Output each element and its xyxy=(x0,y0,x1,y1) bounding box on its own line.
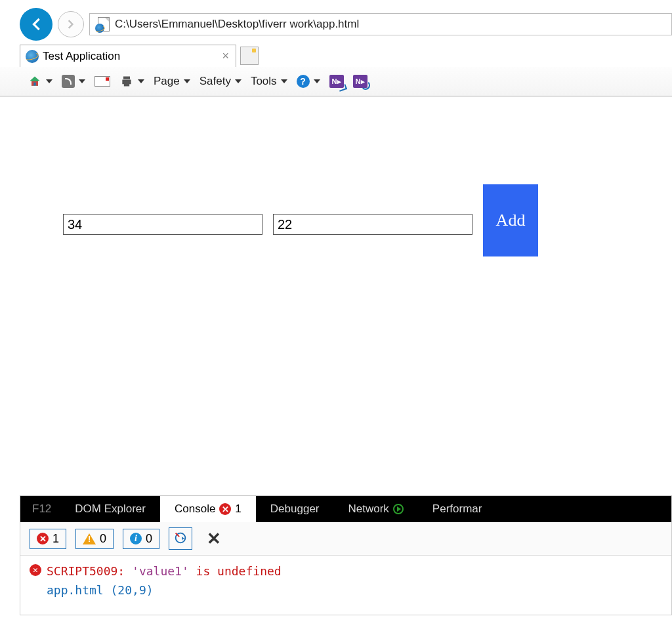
new-tab-button[interactable] xyxy=(240,47,259,65)
safety-menu[interactable]: Safety xyxy=(198,73,243,89)
help-icon: ? xyxy=(297,75,310,88)
page-menu-label: Page xyxy=(154,75,180,88)
error-icon: ✕ xyxy=(219,503,231,515)
command-bar: Page Safety Tools ? N▸ N▸ xyxy=(0,67,672,96)
address-bar[interactable]: C:\Users\Emmanuel\Desktop\fiverr work\ap… xyxy=(89,13,672,35)
info-filter-button[interactable]: i 0 xyxy=(123,529,159,549)
back-button[interactable] xyxy=(20,8,52,41)
page-file-icon xyxy=(96,17,111,31)
forward-button[interactable] xyxy=(58,11,84,37)
close-tab-icon[interactable]: × xyxy=(222,49,229,63)
onenote-link-button[interactable]: N▸ xyxy=(352,73,369,89)
network-tab-label: Network xyxy=(348,502,389,516)
mail-icon xyxy=(94,76,110,87)
errors-filter-button[interactable]: ✕ 1 xyxy=(30,529,66,549)
onenote-send-icon: N▸ xyxy=(329,75,344,88)
help-button[interactable]: ? xyxy=(295,73,322,89)
address-url: C:\Users\Emmanuel\Desktop\fiverr work\ap… xyxy=(115,18,359,31)
safety-menu-label: Safety xyxy=(200,75,231,88)
home-icon xyxy=(28,75,42,88)
error-icon: ✕ xyxy=(37,533,49,544)
info-icon: i xyxy=(130,533,142,544)
console-error-count: 1 xyxy=(235,502,241,516)
browser-tab[interactable]: Test Application × xyxy=(20,45,236,67)
feeds-button[interactable] xyxy=(60,73,87,89)
warnings-filter-button[interactable]: 0 xyxy=(75,529,114,549)
onenote-send-button[interactable]: N▸ xyxy=(328,73,345,89)
console-toolbar: ✕ 1 0 i 0 ✕ xyxy=(20,522,671,555)
home-button[interactable] xyxy=(26,73,54,89)
add-button[interactable]: Add xyxy=(483,184,538,256)
target-button[interactable] xyxy=(169,527,192,550)
error-icon: ✕ xyxy=(30,564,41,576)
value2-input[interactable] xyxy=(273,214,472,235)
devtools-tab-network[interactable]: Network xyxy=(334,496,418,522)
onenote-link-icon: N▸ xyxy=(353,75,368,88)
tools-menu-label: Tools xyxy=(251,75,277,88)
devtools-tab-performance[interactable]: Performar xyxy=(418,496,497,522)
devtools-tabstrip: F12 DOM Explorer Console ✕ 1 Debugger Ne… xyxy=(20,496,671,522)
devtools-tab-console[interactable]: Console ✕ 1 xyxy=(160,496,256,522)
error-code: SCRIPT5009: xyxy=(47,564,125,578)
ie-icon xyxy=(26,50,39,63)
warning-icon xyxy=(83,533,96,544)
page-menu[interactable]: Page xyxy=(152,73,192,89)
console-tab-label: Console xyxy=(175,502,215,516)
tools-menu[interactable]: Tools xyxy=(249,73,289,89)
warnings-filter-count: 0 xyxy=(100,532,106,546)
errors-filter-count: 1 xyxy=(52,532,59,546)
print-button[interactable] xyxy=(118,73,146,89)
target-icon xyxy=(173,531,188,547)
play-icon xyxy=(393,504,404,514)
devtools-panel: F12 DOM Explorer Console ✕ 1 Debugger Ne… xyxy=(20,495,672,615)
error-location[interactable]: app.html (20,9) xyxy=(47,581,282,600)
print-icon xyxy=(119,75,134,88)
devtools-f12-label: F12 xyxy=(20,496,60,522)
devtools-tab-dom[interactable]: DOM Explorer xyxy=(60,496,160,522)
value1-input[interactable] xyxy=(63,214,262,235)
page-content: Add xyxy=(0,96,672,260)
tab-title: Test Application xyxy=(43,50,120,63)
devtools-tab-debugger[interactable]: Debugger xyxy=(256,496,334,522)
clear-console-button[interactable]: ✕ xyxy=(201,529,226,549)
svg-rect-1 xyxy=(33,83,35,86)
console-message: ✕ SCRIPT5009: 'value1' is undefined app.… xyxy=(20,555,671,615)
error-text: is undefined xyxy=(189,564,282,578)
read-mail-button[interactable] xyxy=(93,75,112,88)
info-filter-count: 0 xyxy=(146,532,152,546)
error-quoted: 'value1' xyxy=(132,564,189,578)
rss-icon xyxy=(62,75,75,88)
